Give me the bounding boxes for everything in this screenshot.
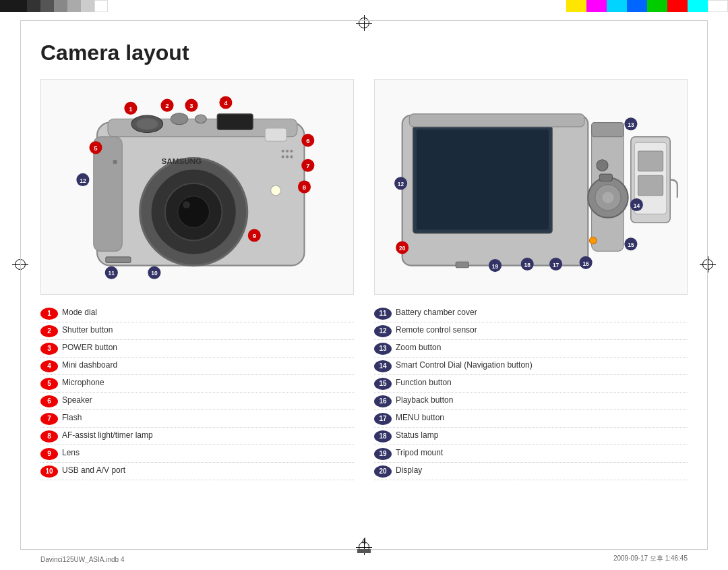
label-number: 15 (374, 378, 392, 390)
camera-back-svg: 13 14 15 16 17 18 19 (375, 80, 687, 294)
svg-rect-8 (265, 128, 286, 141)
svg-text:SAMSUNG: SAMSUNG (162, 156, 202, 165)
svg-point-12 (178, 196, 210, 228)
label-text: Zoom button (396, 342, 441, 353)
svg-point-16 (282, 150, 284, 152)
svg-text:12: 12 (398, 181, 404, 188)
svg-rect-50 (417, 130, 549, 229)
camera-front-svg: SAMSUNG 1 2 3 (41, 80, 353, 294)
label-number: 6 (40, 395, 58, 407)
color-bar (0, 0, 728, 12)
svg-rect-7 (217, 114, 253, 130)
svg-text:16: 16 (582, 260, 589, 267)
svg-rect-63 (638, 151, 663, 171)
label-row: 11Battery chamber cover (374, 305, 688, 322)
label-row: 12Remote control sensor (374, 322, 688, 340)
label-text: Shutter button (62, 324, 113, 336)
svg-rect-60 (456, 262, 468, 267)
footer-left: Davinci125UW_ASIA.indb 4 (40, 556, 125, 563)
svg-rect-64 (638, 175, 663, 196)
label-text: Tripod mount (396, 447, 443, 459)
label-number: 18 (374, 430, 392, 443)
label-row: 13Zoom button (374, 340, 688, 358)
svg-text:10: 10 (151, 270, 158, 277)
label-number: 1 (40, 308, 58, 320)
svg-rect-58 (599, 174, 612, 181)
label-number: 13 (374, 343, 392, 355)
label-number: 17 (374, 413, 392, 425)
label-row: 10USB and A/V port (40, 463, 354, 480)
camera-front-diagram: SAMSUNG 1 2 3 (40, 79, 354, 295)
camera-back-diagram: 13 14 15 16 17 18 19 (374, 79, 688, 295)
svg-text:18: 18 (524, 262, 530, 268)
reg-mark-right (700, 256, 716, 273)
label-number: 19 (374, 448, 392, 460)
svg-text:4: 4 (224, 99, 228, 107)
label-text: AF-assist light/timer lamp (62, 430, 153, 441)
label-row: 4Mini dashboard (40, 358, 354, 375)
label-number: 12 (374, 325, 392, 337)
label-number: 7 (40, 413, 58, 425)
page-number-bar (357, 549, 371, 553)
label-number: 3 (40, 343, 58, 355)
label-text: Remote control sensor (396, 324, 477, 336)
label-text: Flash (62, 412, 82, 424)
label-row: 16Playback button (374, 393, 688, 410)
page-title: Camera layout (40, 40, 688, 65)
svg-point-17 (286, 150, 289, 152)
content-area: Camera layout (40, 34, 688, 536)
labels-left-col: 1Mode dial2Shutter button3POWER button4M… (40, 305, 354, 480)
svg-point-57 (597, 160, 608, 171)
svg-text:9: 9 (253, 232, 256, 239)
svg-text:11: 11 (109, 270, 115, 277)
svg-point-6 (195, 115, 206, 123)
svg-point-14 (271, 186, 281, 196)
svg-point-18 (290, 150, 293, 152)
svg-point-20 (286, 155, 289, 158)
label-row: 20Display (374, 463, 688, 480)
label-row: 14Smart Control Dial (Navigation button) (374, 358, 688, 375)
label-row: 8AF-assist light/timer lamp (40, 428, 354, 445)
label-number: 10 (40, 465, 58, 478)
label-number: 20 (374, 465, 392, 478)
label-text: Lens (62, 447, 80, 459)
labels-right-col: 11Battery chamber cover12Remote control … (374, 305, 688, 480)
svg-text:7: 7 (306, 162, 309, 169)
svg-text:2: 2 (165, 102, 169, 109)
svg-text:12: 12 (80, 177, 86, 184)
label-row: 19Tripod mount (374, 445, 688, 463)
svg-rect-56 (592, 123, 624, 137)
label-row: 18Status lamp (374, 428, 688, 445)
svg-text:1: 1 (129, 105, 133, 113)
label-text: MENU button (396, 412, 444, 424)
svg-text:13: 13 (628, 121, 634, 128)
label-text: Smart Control Dial (Navigation button) (396, 360, 533, 371)
svg-text:6: 6 (306, 137, 309, 144)
label-text: Mini dashboard (62, 360, 117, 371)
diagram-area: SAMSUNG 1 2 3 (40, 79, 688, 295)
label-row: 9Lens (40, 445, 354, 463)
label-text: Status lamp (396, 430, 438, 441)
svg-text:8: 8 (303, 183, 306, 191)
label-text: Display (396, 465, 422, 476)
svg-rect-22 (106, 257, 131, 262)
label-number: 4 (40, 360, 58, 372)
svg-text:14: 14 (634, 202, 640, 209)
reg-mark-left (12, 256, 28, 273)
label-text: POWER button (62, 342, 117, 353)
svg-point-59 (589, 237, 597, 244)
svg-text:19: 19 (492, 263, 499, 270)
label-number: 16 (374, 395, 392, 407)
label-text: USB and A/V port (62, 465, 125, 476)
label-number: 8 (40, 430, 58, 443)
svg-text:3: 3 (189, 102, 193, 109)
svg-text:20: 20 (399, 245, 406, 252)
label-text: Function button (396, 377, 452, 389)
label-number: 9 (40, 448, 58, 460)
label-number: 11 (374, 308, 392, 320)
reg-mark-top (356, 15, 372, 31)
labels-area: 1Mode dial2Shutter button3POWER button4M… (40, 305, 688, 480)
label-row: 7Flash (40, 410, 354, 428)
label-row: 17MENU button (374, 410, 688, 428)
svg-text:5: 5 (94, 144, 98, 152)
